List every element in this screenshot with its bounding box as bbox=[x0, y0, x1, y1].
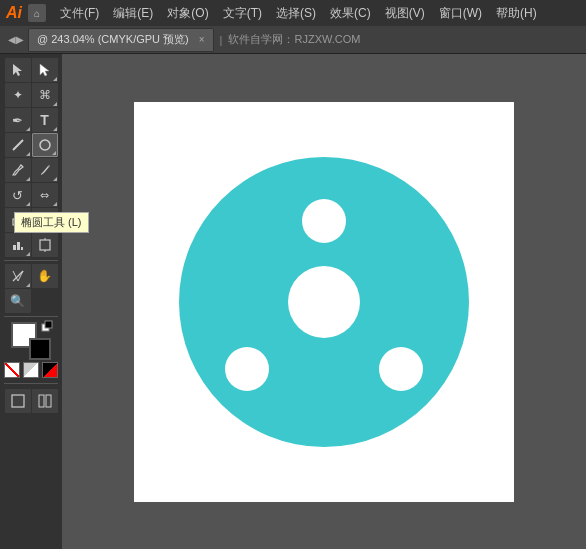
menu-file[interactable]: 文件(F) bbox=[54, 3, 105, 24]
canvas-area[interactable] bbox=[62, 54, 586, 549]
solid-color-swatch[interactable] bbox=[23, 362, 39, 378]
tab-label: @ 243.04% (CMYK/GPU 预览) bbox=[37, 32, 189, 47]
menu-edit[interactable]: 编辑(E) bbox=[107, 3, 159, 24]
home-icon[interactable]: ⌂ bbox=[28, 4, 46, 22]
magic-wand-icon: ✦ bbox=[13, 88, 23, 102]
magic-wand-tool[interactable]: ✦ bbox=[5, 83, 31, 107]
hand-icon: ✋ bbox=[37, 269, 52, 283]
toolbar-divider bbox=[4, 260, 58, 261]
title-bar: Ai ⌂ 文件(F) 编辑(E) 对象(O) 文字(T) 选择(S) 效果(C)… bbox=[0, 0, 586, 26]
collapse-icon[interactable]: ◀▶ bbox=[4, 34, 28, 45]
svg-rect-10 bbox=[40, 240, 50, 250]
rotate-tool[interactable]: ↺ bbox=[5, 183, 31, 207]
pen-tool[interactable]: ✒ bbox=[5, 108, 31, 132]
warp-tool[interactable]: ⊕ bbox=[32, 208, 58, 232]
type-icon: T bbox=[40, 112, 49, 128]
toolbar: ✦ ⌘ ✒ T bbox=[0, 54, 62, 549]
swatch-small-area bbox=[4, 362, 58, 378]
warp-icon: ⊕ bbox=[40, 214, 49, 227]
tool-row-1 bbox=[5, 58, 58, 82]
tab-separator: | bbox=[214, 34, 229, 46]
reset-colors-icon[interactable] bbox=[41, 320, 53, 332]
slice-tool[interactable] bbox=[5, 264, 31, 288]
tool-row-bottom bbox=[5, 389, 58, 413]
menu-view[interactable]: 视图(V) bbox=[379, 3, 431, 24]
tool-row-2: ✦ ⌘ bbox=[5, 83, 58, 107]
pencil-tool[interactable] bbox=[32, 158, 58, 182]
dot-bottom-right bbox=[379, 347, 423, 391]
paintbrush-tool[interactable] bbox=[5, 158, 31, 182]
dot-top bbox=[302, 199, 346, 243]
tool-row-5 bbox=[5, 158, 58, 182]
svg-point-4 bbox=[40, 140, 50, 150]
menu-object[interactable]: 对象(O) bbox=[161, 3, 214, 24]
mirror-tool[interactable]: ⇔ bbox=[32, 183, 58, 207]
lasso-tool[interactable]: ⌘ bbox=[32, 83, 58, 107]
tab-close-button[interactable]: × bbox=[199, 34, 205, 45]
tool-row-3: ✒ T bbox=[5, 108, 58, 132]
empty-tool bbox=[32, 289, 58, 313]
background-color-swatch[interactable] bbox=[29, 338, 51, 360]
svg-rect-14 bbox=[45, 321, 52, 328]
ellipse-tool[interactable] bbox=[32, 133, 58, 157]
tool-row-6: ↺ ⇔ bbox=[5, 183, 58, 207]
svg-rect-17 bbox=[46, 395, 51, 407]
svg-line-3 bbox=[13, 140, 23, 150]
arrange-panels-button[interactable] bbox=[32, 389, 58, 413]
menu-bar: 文件(F) 编辑(E) 对象(O) 文字(T) 选择(S) 效果(C) 视图(V… bbox=[54, 3, 543, 24]
dot-center bbox=[288, 266, 360, 338]
canvas-document bbox=[134, 102, 514, 502]
toolbar-divider-3 bbox=[4, 383, 58, 384]
hand-tool[interactable]: ✋ bbox=[32, 264, 58, 288]
svg-rect-8 bbox=[17, 242, 20, 250]
svg-rect-5 bbox=[13, 219, 18, 225]
dot-bottom-left bbox=[225, 347, 269, 391]
svg-marker-0 bbox=[13, 64, 22, 76]
gradient-color-swatch[interactable] bbox=[42, 362, 58, 378]
artboard-tool[interactable] bbox=[32, 233, 58, 257]
color-swatch-area bbox=[4, 322, 58, 378]
mirror-icon: ⇔ bbox=[40, 189, 49, 202]
type-tool[interactable]: T bbox=[32, 108, 58, 132]
tab-bar: ◀▶ @ 243.04% (CMYK/GPU 预览) × | 软件自学网：RJZ… bbox=[0, 26, 586, 54]
swatch-stack[interactable] bbox=[11, 322, 51, 360]
graph-tool[interactable] bbox=[5, 233, 31, 257]
tool-row-7: ⊕ bbox=[5, 208, 58, 232]
pen-icon: ✒ bbox=[12, 113, 23, 128]
zoom-tool[interactable]: 🔍 bbox=[5, 289, 31, 313]
select-tool[interactable] bbox=[5, 58, 31, 82]
svg-rect-6 bbox=[18, 215, 23, 220]
screen-mode-button[interactable] bbox=[5, 389, 31, 413]
svg-rect-16 bbox=[39, 395, 44, 407]
active-tab[interactable]: @ 243.04% (CMYK/GPU 预览) × bbox=[28, 28, 214, 52]
menu-help[interactable]: 帮助(H) bbox=[490, 3, 543, 24]
tool-row-4 bbox=[5, 133, 58, 157]
menu-text[interactable]: 文字(T) bbox=[217, 3, 268, 24]
tool-row-8 bbox=[5, 233, 58, 257]
rotate-icon: ↺ bbox=[12, 188, 23, 203]
app-logo: Ai bbox=[6, 5, 22, 21]
svg-rect-15 bbox=[12, 395, 24, 407]
tab-website: 软件自学网：RJZXW.COM bbox=[228, 32, 360, 47]
menu-effect[interactable]: 效果(C) bbox=[324, 3, 377, 24]
svg-rect-7 bbox=[13, 245, 16, 250]
main-area: ✦ ⌘ ✒ T bbox=[0, 54, 586, 549]
artwork-teal-circle bbox=[179, 157, 469, 447]
toolbar-divider-2 bbox=[4, 316, 58, 317]
tool-row-9: ✋ bbox=[5, 264, 58, 288]
lasso-icon: ⌘ bbox=[39, 88, 51, 102]
line-tool[interactable] bbox=[5, 133, 31, 157]
svg-rect-9 bbox=[21, 247, 23, 250]
menu-select[interactable]: 选择(S) bbox=[270, 3, 322, 24]
zoom-icon: 🔍 bbox=[10, 294, 25, 308]
tool-row-10: 🔍 bbox=[5, 289, 58, 313]
menu-window[interactable]: 窗口(W) bbox=[433, 3, 488, 24]
direct-select-tool[interactable] bbox=[32, 58, 58, 82]
none-color-swatch[interactable] bbox=[4, 362, 20, 378]
scale-tool[interactable] bbox=[5, 208, 31, 232]
